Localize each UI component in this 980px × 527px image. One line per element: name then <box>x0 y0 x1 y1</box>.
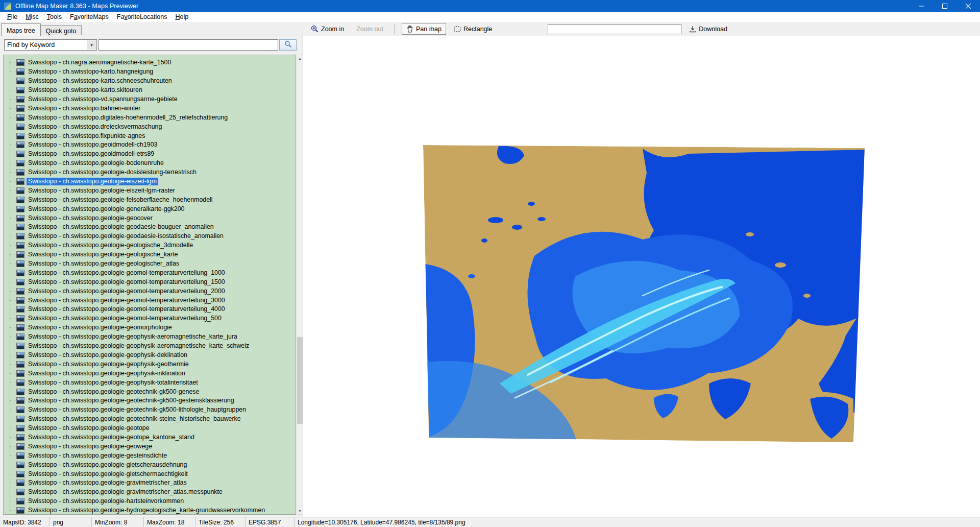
tree-item[interactable]: Swisstopo - ch.swisstopo.geologie-geoweg… <box>4 442 296 451</box>
tree-item[interactable]: Swisstopo - ch.swisstopo.geologie-geotec… <box>4 396 296 405</box>
tree-item[interactable]: Swisstopo - ch.swisstopo.geologie-geomor… <box>4 323 296 332</box>
zoom-in-button[interactable]: Zoom in <box>306 23 349 35</box>
tree-item[interactable]: Swisstopo - ch.swisstopo.geologie-geotec… <box>4 405 296 415</box>
tree-item[interactable]: Swisstopo - ch.swisstopo-karto.hangneigu… <box>4 67 296 77</box>
tree-connector <box>10 474 15 474</box>
tree-item-label: Swisstopo - ch.swisstopo.geoidmodell-ch1… <box>27 141 159 149</box>
tree-item[interactable]: Swisstopo - ch.swisstopo.dreiecksvermasc… <box>4 122 296 131</box>
tree-item[interactable]: Swisstopo - ch.swisstopo.geologie-geophy… <box>4 332 296 342</box>
coordinates-input[interactable] <box>548 24 681 34</box>
tree-item[interactable]: Swisstopo - ch.swisstopo.geologie-geotec… <box>4 415 296 424</box>
tree-item-label: Swisstopo - ch.swisstopo.geologie-geodae… <box>27 232 225 240</box>
tree-item[interactable]: Swisstopo - ch.swisstopo.geologie-geotop… <box>4 424 296 433</box>
tree-item[interactable]: Swisstopo - ch.swisstopo.geologie-gravim… <box>4 478 296 488</box>
tree-connector <box>10 154 15 154</box>
rectangle-button[interactable]: Rectangle <box>449 23 497 35</box>
tree-scrollbar[interactable]: ▲ ▼ <box>297 55 303 515</box>
tree-item-label: Swisstopo - ch.swisstopo.geologie-gletsc… <box>27 461 188 469</box>
tree-item[interactable]: Swisstopo - ch.swisstopo.geologie-felsob… <box>4 195 296 204</box>
tree-item[interactable]: Swisstopo - ch.swisstopo-vd.spannungsarm… <box>4 95 296 104</box>
tree-item[interactable]: Swisstopo - ch.swisstopo.geologie-gravim… <box>4 488 296 497</box>
tree-item[interactable]: Swisstopo - ch.swisstopo.geologie-geocov… <box>4 213 296 223</box>
menu-favoritemaps[interactable]: FavoriteMaps <box>66 12 113 21</box>
tree-item[interactable]: Swisstopo - ch.swisstopo.geologie-bodenu… <box>4 159 296 168</box>
tree-connector <box>10 99 15 100</box>
minimize-button[interactable] <box>910 0 933 12</box>
tree-item[interactable]: Swisstopo - ch.swisstopo.geologie-geolog… <box>4 259 296 269</box>
search-row: Find by Keyword ▼ <box>4 39 297 51</box>
map-preview-pane[interactable] <box>304 36 980 517</box>
map-layer-icon <box>16 260 24 267</box>
tree-item[interactable]: Swisstopo - ch.swisstopo.geologie-geomol… <box>4 296 296 305</box>
tree-item[interactable]: Swisstopo - ch.swisstopo.geologie-geolog… <box>4 250 296 259</box>
tree-item[interactable]: Swisstopo - ch.swisstopo.geologie-hydrog… <box>4 506 296 515</box>
tree-item[interactable]: Swisstopo - ch.swisstopo.geologie-geophy… <box>4 342 296 351</box>
tree-item[interactable]: Swisstopo - ch.swisstopo.geologie-geophy… <box>4 369 296 378</box>
tab-maps-tree[interactable]: Maps tree <box>1 23 41 36</box>
tree-item[interactable]: Swisstopo - ch.nagra.aeromagnetische-kar… <box>4 58 296 67</box>
tree-item-label: Swisstopo - ch.swisstopo.geologie-felsob… <box>27 196 214 204</box>
tree-item[interactable]: Swisstopo - ch.swisstopo.geologie-geomol… <box>4 277 296 286</box>
tree-item[interactable]: Swisstopo - ch.swisstopo.geologie-gletsc… <box>4 460 296 469</box>
search-button[interactable] <box>279 39 297 51</box>
tree-connector <box>10 291 15 292</box>
find-mode-dropdown[interactable]: Find by Keyword ▼ <box>4 39 97 51</box>
status-segment: Longitude=10.305176, Latitude=47.986245,… <box>295 517 980 527</box>
map-preview-image[interactable] <box>423 142 866 443</box>
tree-item[interactable]: Swisstopo - ch.swisstopo.bahnen-winter <box>4 104 296 113</box>
scrollbar-down-arrow[interactable]: ▼ <box>297 508 303 514</box>
tree-item[interactable]: Swisstopo - ch.swisstopo.geologie-gestei… <box>4 451 296 460</box>
tree-item[interactable]: Swisstopo - ch.swisstopo.geoidmodell-etr… <box>4 150 296 159</box>
map-layer-icon <box>16 105 24 112</box>
tree-item[interactable]: Swisstopo - ch.swisstopo-karto.schneesch… <box>4 77 296 86</box>
map-layer-icon <box>16 434 24 441</box>
rectangle-label: Rectangle <box>463 26 492 33</box>
tree-item[interactable]: Swisstopo - ch.swisstopo.digitales-hoehe… <box>4 113 296 122</box>
download-button[interactable]: Download <box>684 23 732 35</box>
tree-item[interactable]: Swisstopo - ch.swisstopo.geologie-eiszei… <box>4 186 296 195</box>
window-title: Offline Map Maker 8.363 - Maps Previewer <box>15 3 138 10</box>
scrollbar-thumb[interactable] <box>297 337 303 424</box>
zoom-out-button[interactable]: Zoom out <box>352 23 388 35</box>
pan-map-button[interactable]: Pan map <box>402 23 446 35</box>
map-layer-icon <box>16 370 24 377</box>
map-layer-icon <box>16 397 24 404</box>
tree-connector <box>10 465 15 465</box>
scrollbar-up-arrow[interactable]: ▲ <box>297 55 303 62</box>
tree-item[interactable]: Swisstopo - ch.swisstopo.geologie-geotec… <box>4 387 296 396</box>
tree-item[interactable]: Swisstopo - ch.swisstopo.geologie-geophy… <box>4 351 296 360</box>
tree-item[interactable]: Swisstopo - ch.swisstopo.geologie-genera… <box>4 204 296 213</box>
tree-item[interactable]: Swisstopo - ch.swisstopo.geologie-geotop… <box>4 433 296 442</box>
tree-connector <box>10 172 15 173</box>
tree-item[interactable]: Swisstopo - ch.swisstopo.geologie-geodae… <box>4 223 296 232</box>
tree-item[interactable]: Swisstopo - ch.swisstopo.geologie-geomol… <box>4 286 296 296</box>
menu-misc[interactable]: Misc <box>21 12 43 21</box>
tree-item[interactable]: Swisstopo - ch.swisstopo.geologie-geophy… <box>4 360 296 369</box>
tree-item[interactable]: Swisstopo - ch.swisstopo.geologie-geolog… <box>4 241 296 250</box>
tree-item-label: Swisstopo - ch.swisstopo.geologie-gravim… <box>27 488 224 496</box>
tree-item[interactable]: Swisstopo - ch.swisstopo.geologie-eiszei… <box>4 177 296 186</box>
menu-favoritelocations[interactable]: FavoriteLocations <box>113 12 172 21</box>
tree-item[interactable]: Swisstopo - ch.swisstopo.geologie-geodae… <box>4 232 296 241</box>
tree-item[interactable]: Swisstopo - ch.swisstopo.geologie-gletsc… <box>4 469 296 478</box>
tree-item[interactable]: Swisstopo - ch.swisstopo.geologie-hartst… <box>4 497 296 506</box>
tree-item[interactable]: Swisstopo - ch.swisstopo.geoidmodell-ch1… <box>4 140 296 150</box>
tree-item[interactable]: Swisstopo - ch.swisstopo.geologie-geomol… <box>4 314 296 323</box>
menu-help[interactable]: Help <box>171 12 192 21</box>
close-button[interactable] <box>957 0 980 12</box>
tree-item[interactable]: Swisstopo - ch.swisstopo.geologie-geophy… <box>4 378 296 387</box>
menu-tools[interactable]: Tools <box>43 12 66 21</box>
tree-item[interactable]: Swisstopo - ch.swisstopo.geologie-geomol… <box>4 305 296 314</box>
tree-item[interactable]: Swisstopo - ch.swisstopo.geologie-dosisl… <box>4 168 296 177</box>
map-layer-icon <box>16 187 24 194</box>
tree-item[interactable]: Swisstopo - ch.swisstopo.geologie-geomol… <box>4 268 296 277</box>
maximize-button[interactable] <box>933 0 957 12</box>
tree-item-label: Swisstopo - ch.swisstopo.geologie-bodenu… <box>27 159 165 167</box>
tree-connector <box>10 346 15 346</box>
tree-item[interactable]: Swisstopo - ch.swisstopo-karto.skitouren <box>4 86 296 95</box>
keyword-input[interactable] <box>99 39 278 51</box>
chevron-down-icon[interactable]: ▼ <box>87 40 96 50</box>
menu-file[interactable]: File <box>3 12 21 21</box>
tree-item[interactable]: Swisstopo - ch.swisstopo.fixpunkte-agnes <box>4 131 296 140</box>
map-layer-icon <box>16 452 24 459</box>
